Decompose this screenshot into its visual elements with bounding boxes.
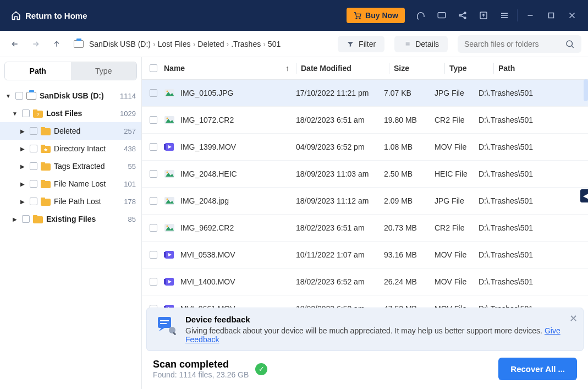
row-checkbox[interactable]	[150, 278, 157, 286]
nav-up-button[interactable]	[48, 36, 65, 52]
breadcrumb-item[interactable]: Deleted	[197, 40, 224, 48]
tree-lost-files[interactable]: ▼ ? Lost Files1029	[0, 105, 141, 122]
breadcrumb-item[interactable]: .Trashes	[231, 40, 261, 48]
breadcrumb-item[interactable]: SanDisk USB (D:)	[89, 40, 151, 48]
select-all-checkbox[interactable]	[150, 64, 157, 72]
headset-icon[interactable]	[410, 5, 431, 26]
col-type[interactable]: Type	[449, 64, 493, 73]
filter-icon	[347, 40, 354, 48]
file-thumb-icon	[164, 249, 175, 260]
details-button[interactable]: Details	[394, 36, 448, 52]
feedback-icon	[156, 315, 178, 337]
filter-button[interactable]: Filter	[338, 36, 384, 52]
svg-rect-44	[164, 252, 166, 257]
minimize-button[interactable]	[520, 5, 541, 26]
table-row[interactable]: IMG_1072.CR218/02/2023 6:51 am19.80 MBCR…	[142, 107, 588, 134]
row-checkbox[interactable]	[150, 224, 157, 232]
svg-rect-22	[41, 198, 45, 200]
file-name: IMG_9692.CR2	[180, 223, 234, 232]
file-date: 04/09/2023 6:52 pm	[296, 143, 384, 151]
nav-forward-button[interactable]	[28, 36, 44, 52]
folder-icon	[41, 127, 51, 135]
svg-text:★: ★	[43, 147, 48, 152]
file-type: JPG File	[435, 89, 479, 97]
row-checkbox[interactable]	[150, 170, 157, 178]
table-row[interactable]: MVI_1400.MOV18/02/2023 6:52 am26.24 MBMO…	[142, 269, 588, 295]
file-type: HEIC File	[435, 169, 479, 178]
svg-rect-32	[164, 144, 166, 150]
file-thumb-icon	[164, 168, 175, 179]
breadcrumb-item[interactable]: 501	[268, 40, 281, 48]
table-row[interactable]: IMG_2048.jpg18/09/2023 11:12 am2.09 MBJP…	[142, 188, 588, 215]
svg-rect-47	[164, 279, 166, 284]
file-date: 18/09/2023 11:03 am	[296, 169, 384, 178]
row-checkbox[interactable]	[150, 197, 157, 205]
search-input-wrap[interactable]	[458, 35, 581, 53]
row-checkbox[interactable]	[150, 116, 157, 124]
tree-root[interactable]: ▼ SanDisk USB (D:)1114	[0, 87, 141, 105]
file-size: 1.08 MB	[384, 143, 435, 151]
filter-label: Filter	[359, 40, 376, 48]
row-checkbox[interactable]	[150, 143, 157, 151]
file-type: MOV File	[435, 250, 479, 259]
table-row[interactable]: MVI_9661.MOV18/02/2023 6:52 am47.52 MBMO…	[142, 295, 588, 308]
update-icon[interactable]	[473, 5, 494, 26]
sort-arrow-icon[interactable]: ↑	[285, 64, 289, 73]
tree-existing-files[interactable]: ▶ Existing Files85	[0, 210, 141, 228]
tree-deleted[interactable]: ▶ Deleted257	[0, 122, 141, 140]
close-button[interactable]	[562, 5, 582, 26]
folder-icon	[41, 180, 51, 188]
tree-file-path-lost[interactable]: ▶ File Path Lost178	[0, 193, 141, 210]
file-type: JPG File	[435, 196, 479, 205]
scan-status-subtitle: Found: 1114 files, 23.26 GB	[153, 370, 249, 379]
file-date: 18/09/2023 11:12 am	[296, 196, 384, 205]
buy-now-button[interactable]: Buy Now	[347, 8, 405, 23]
svg-rect-53	[160, 320, 169, 321]
file-type: MOV File	[435, 277, 479, 286]
tab-path[interactable]: Path	[5, 62, 71, 80]
col-name[interactable]: Name	[164, 64, 185, 73]
banner-body: Giving feedback about your device will b…	[185, 326, 545, 335]
file-name: IMG_1072.CR2	[180, 116, 234, 124]
tree-file-name-lost[interactable]: ▶ File Name Lost101	[0, 175, 141, 193]
search-icon	[565, 39, 575, 49]
tree-directory-intact[interactable]: ▶ ★ Directory Intact438	[0, 140, 141, 157]
maximize-button[interactable]	[541, 5, 562, 26]
col-size[interactable]: Size	[394, 64, 444, 73]
col-path[interactable]: Path	[498, 64, 580, 73]
file-thumb-icon	[164, 141, 175, 152]
breadcrumb-item[interactable]: Lost Files	[158, 40, 191, 48]
tab-type[interactable]: Type	[71, 62, 137, 80]
file-thumb-icon	[164, 87, 175, 98]
preview-toggle[interactable]: ◀	[580, 189, 588, 202]
table-row[interactable]: IMG_0105.JPG17/10/2022 11:21 pm7.07 KBJP…	[142, 80, 588, 107]
file-size: 20.73 MB	[384, 223, 435, 232]
svg-rect-24	[33, 215, 37, 218]
menu-icon[interactable]	[494, 5, 515, 26]
col-date[interactable]: Date Modified	[301, 64, 389, 73]
file-name: MVI_1400.MOV	[180, 277, 235, 286]
table-row[interactable]: IMG_2048.HEIC18/09/2023 11:03 am2.50 MBH…	[142, 161, 588, 188]
row-checkbox[interactable]	[150, 251, 157, 259]
file-size: 93.16 MB	[384, 250, 435, 259]
usb-drive-icon	[74, 40, 84, 48]
share-icon[interactable]	[452, 5, 473, 26]
return-home-button[interactable]: Return to Home	[6, 7, 93, 24]
search-input[interactable]	[464, 40, 560, 48]
chat-icon[interactable]	[431, 5, 452, 26]
nav-back-button[interactable]	[7, 36, 23, 52]
folder-icon	[33, 215, 43, 223]
svg-point-27	[167, 91, 168, 92]
file-thumb-icon	[164, 276, 175, 287]
folder-icon	[41, 198, 51, 206]
svg-point-4	[464, 12, 466, 14]
svg-rect-13	[41, 127, 45, 130]
tree-tags-extracted[interactable]: ▶ Tags Extracted55	[0, 157, 141, 175]
table-row[interactable]: MVI_0538.MOV10/11/2022 1:07 am93.16 MBMO…	[142, 242, 588, 269]
recover-all-button[interactable]: Recover All ...	[498, 358, 577, 380]
scrollbar-thumb[interactable]	[584, 79, 588, 101]
row-checkbox[interactable]	[150, 89, 157, 97]
banner-close-button[interactable]: ✕	[569, 313, 578, 325]
table-row[interactable]: IMG_9692.CR218/02/2023 6:51 am20.73 MBCR…	[142, 215, 588, 242]
table-row[interactable]: IMG_1399.MOV04/09/2023 6:52 pm1.08 MBMOV…	[142, 134, 588, 161]
